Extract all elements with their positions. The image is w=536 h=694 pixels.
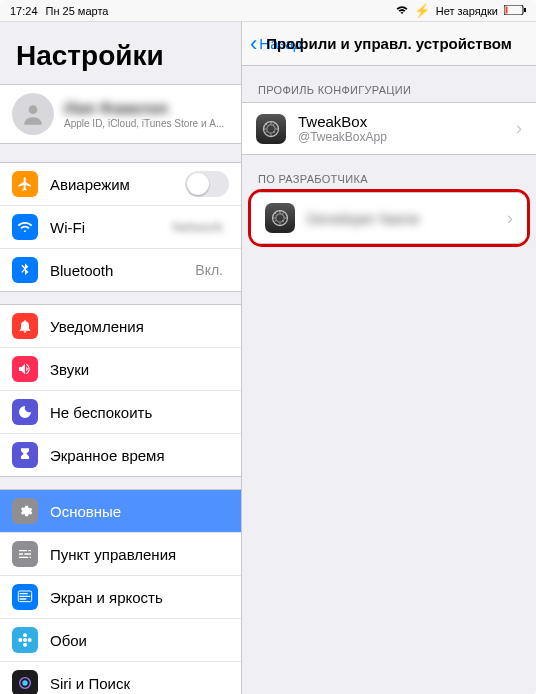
account-row[interactable]: Имя Фамилия Apple ID, iCloud, iTunes Sto… [0, 84, 241, 144]
control-label: Пункт управления [50, 546, 229, 563]
detail-pane: ‹ Назад Профили и управл. устройством ПР… [242, 22, 536, 694]
hourglass-icon [12, 442, 38, 468]
bluetooth-row[interactable]: Bluetooth Вкл. [0, 249, 241, 291]
sounds-row[interactable]: Звуки [0, 348, 241, 391]
wifi-value: Network [172, 219, 223, 235]
flower-icon [12, 627, 38, 653]
siri-row[interactable]: Siri и Поиск [0, 662, 241, 694]
bell-icon [12, 313, 38, 339]
profile-name: TweakBox [298, 113, 387, 130]
wifi-row[interactable]: Wi-Fi Network [0, 206, 241, 249]
svg-rect-1 [524, 8, 526, 12]
siri-label: Siri и Поиск [50, 675, 229, 692]
sliders-icon [12, 541, 38, 567]
display-icon [12, 584, 38, 610]
status-bar: 17:24 Пн 25 марта ⚡ Нет зарядки [0, 0, 536, 22]
moon-icon [12, 399, 38, 425]
developer-row[interactable]: Developer Name › [251, 192, 527, 244]
section-header-profile: ПРОФИЛЬ КОНФИГУРАЦИИ [242, 66, 536, 102]
status-date: Пн 25 марта [46, 5, 109, 17]
developer-name: Developer Name [307, 210, 420, 227]
battery-icon [504, 5, 526, 17]
wallpaper-row[interactable]: Обои [0, 619, 241, 662]
svg-point-5 [23, 638, 27, 642]
avatar-icon [12, 93, 54, 135]
airplane-row[interactable]: Авиарежим [0, 163, 241, 206]
profile-row[interactable]: TweakBox @TweakBoxApp › [242, 102, 536, 155]
nav-bar: ‹ Назад Профили и управл. устройством [242, 22, 536, 66]
profile-icon [256, 114, 286, 144]
siri-icon [12, 670, 38, 694]
svg-point-3 [29, 105, 38, 114]
bluetooth-icon [12, 257, 38, 283]
bluetooth-label: Bluetooth [50, 262, 195, 279]
dnd-label: Не беспокоить [50, 404, 229, 421]
svg-point-7 [23, 643, 27, 647]
wallpaper-label: Обои [50, 632, 229, 649]
sounds-label: Звуки [50, 361, 229, 378]
settings-sidebar: Настройки Имя Фамилия Apple ID, iCloud, … [0, 22, 242, 694]
airplane-icon [12, 171, 38, 197]
notifications-label: Уведомления [50, 318, 229, 335]
highlight-annotation: Developer Name › [248, 189, 530, 247]
screentime-row[interactable]: Экранное время [0, 434, 241, 476]
control-row[interactable]: Пункт управления [0, 533, 241, 576]
status-time: 17:24 [10, 5, 38, 17]
account-name: Имя Фамилия [64, 100, 224, 118]
svg-point-6 [23, 633, 27, 637]
screentime-label: Экранное время [50, 447, 229, 464]
bluetooth-value: Вкл. [195, 262, 223, 278]
developer-icon [265, 203, 295, 233]
chevron-left-icon: ‹ [250, 33, 257, 55]
display-label: Экран и яркость [50, 589, 229, 606]
airplane-label: Авиарежим [50, 176, 185, 193]
svg-point-11 [22, 680, 27, 685]
page-title: Профили и управл. устройством [266, 35, 512, 52]
svg-point-9 [28, 638, 32, 642]
dnd-row[interactable]: Не беспокоить [0, 391, 241, 434]
general-row[interactable]: Основные [0, 490, 241, 533]
speaker-icon [12, 356, 38, 382]
display-row[interactable]: Экран и яркость [0, 576, 241, 619]
charge-icon: ⚡ [414, 3, 430, 18]
notifications-row[interactable]: Уведомления [0, 305, 241, 348]
settings-title: Настройки [0, 22, 241, 84]
status-battery: Нет зарядки [436, 5, 498, 17]
profile-sub: @TweakBoxApp [298, 130, 387, 144]
account-sub: Apple ID, iCloud, iTunes Store и A... [64, 118, 224, 129]
gear-icon [12, 498, 38, 524]
airplane-toggle[interactable] [185, 171, 229, 197]
chevron-right-icon: › [507, 208, 513, 229]
wifi-icon [396, 5, 408, 17]
general-label: Основные [50, 503, 229, 520]
wifi-row-icon [12, 214, 38, 240]
svg-rect-2 [506, 6, 508, 13]
section-header-developer: ПО РАЗРАБОТЧИКА [242, 155, 536, 191]
svg-point-8 [18, 638, 22, 642]
wifi-label: Wi-Fi [50, 219, 172, 236]
chevron-right-icon: › [516, 118, 522, 139]
